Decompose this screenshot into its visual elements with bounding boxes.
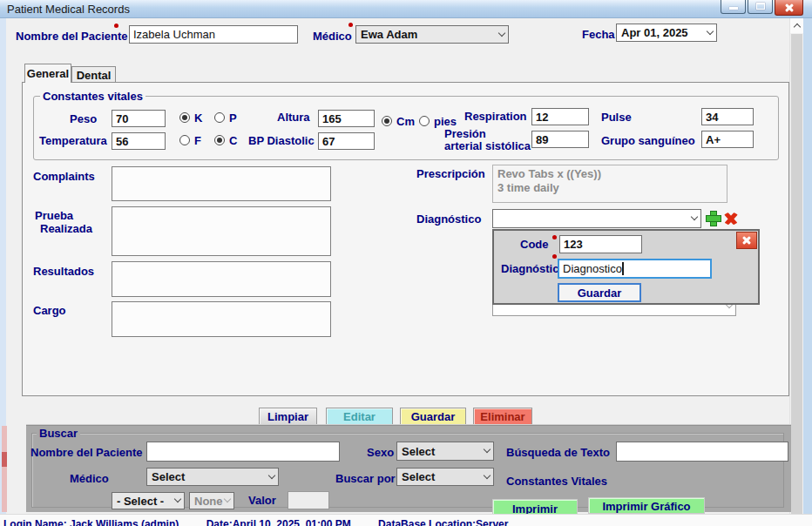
altura-input[interactable] [318,110,375,127]
popup-guardar-button[interactable]: Guardar [558,283,641,302]
maximize-button[interactable] [748,0,773,14]
sexo-select[interactable]: Select [396,442,494,461]
scroll-up-button[interactable] [790,18,803,33]
buscar-por-value: Select [402,470,435,483]
prueba-label-line1: Prueba [35,209,73,222]
radio-cm-label: Cm [396,115,415,128]
popup-code-input[interactable] [559,235,642,253]
buscar-medico-select[interactable]: Select [146,468,279,486]
imprimir-grafico-button[interactable]: Imprimir Gráfico [588,497,705,514]
radio-celsius[interactable] [214,135,225,145]
fecha-value: Apr 01, 2025 [621,26,688,39]
presion-label-line1: Presión [444,127,486,140]
buscar-group-title: Buscar [37,427,80,440]
fecha-datepicker[interactable]: Apr 01, 2025 [616,24,717,42]
temperatura-input[interactable] [112,132,166,150]
busqueda-texto-label: Búsqueda de Texto [506,446,610,459]
medico-select[interactable]: Ewa Adam [355,25,509,44]
popup-diagnostico-input[interactable] [558,259,712,279]
patient-name-input[interactable] [129,25,298,44]
text-cursor [622,262,624,275]
presion-input[interactable] [531,131,589,148]
required-asterisk [552,235,557,239]
chevron-down-icon [484,447,490,452]
radio-k-label: K [194,111,202,125]
maximize-icon [756,3,765,10]
vitals-group-title: Constantes vitales [40,90,145,103]
diagnostico-label: Diagnóstico [416,212,481,226]
limpiar-button[interactable]: Limpiar [259,408,317,426]
tab-dental[interactable]: Dental [71,66,116,83]
valor-label: Valor [248,494,276,507]
required-asterisk [552,254,557,259]
sexo-selected-value: Select [402,445,435,458]
buscar-por-select[interactable]: Select [396,468,494,486]
radio-cm[interactable] [382,116,392,126]
peso-label: Peso [70,112,97,125]
radio-pies[interactable] [419,116,430,126]
radio-fahrenheit[interactable] [179,135,190,145]
prescripcion-textarea[interactable]: Revo Tabs x ((Yes)) 3 time daily [492,165,727,203]
eliminar-button[interactable]: Eliminar [473,408,532,426]
radio-kilograms[interactable] [179,112,190,123]
grupo-sanguineo-label: Grupo sanguíneo [601,134,695,147]
chevron-down-icon [225,496,230,502]
grupo-sanguineo-input[interactable] [701,131,754,148]
chevron-down-icon [692,214,697,219]
left-accent-strip [2,426,7,512]
close-icon [775,0,802,15]
radio-pounds[interactable] [214,112,225,123]
radio-p-label: P [229,111,237,125]
code-label: Code [520,238,549,251]
status-database: DataBase Location:Server [378,518,508,526]
resultados-label: Resultados [33,265,94,278]
status-date: Date:April 10, 2025, 01:00 PM [206,518,351,526]
close-button[interactable] [775,0,803,16]
add-diagnostico-icon[interactable] [706,211,721,226]
buscar-medico-label: Médico [70,472,109,485]
medico-label: Médico [313,30,352,43]
bp-diastolic-input[interactable] [318,132,375,150]
buscar-nombre-label: Nombre del Paciente [30,446,143,459]
chevron-up-icon [793,24,800,30]
respiration-input[interactable] [531,108,589,125]
status-text: Login Name: Jack Williams (admin) Date:A… [3,518,532,526]
guardar-button[interactable]: Guardar [400,408,466,426]
buscar-panel: Buscar Nombre del Paciente Sexo Select B… [26,426,791,512]
prescripcion-label: Prescripción [416,167,485,180]
radio-pies-label: pies [434,115,457,128]
busqueda-texto-input[interactable] [616,442,788,462]
peso-input[interactable] [112,110,166,127]
editar-button[interactable]: Editar [326,408,393,426]
buscar-medico-value: Select [152,470,185,483]
respiration-label: Respiration [464,110,527,123]
scrollbar-thumb[interactable] [791,34,802,525]
altura-label: Altura [277,111,310,124]
popup-close-button[interactable] [736,232,757,249]
diagnostico-select[interactable] [492,209,701,228]
buscar-nombre-input[interactable] [146,442,340,462]
vital-field-select[interactable]: - Select - [112,492,185,509]
window-title: Patient Medical Records [7,3,130,16]
status-login: Login Name: Jack Williams (admin) [3,518,179,526]
valor-input[interactable] [288,491,329,509]
chevron-down-icon [707,29,713,34]
tab-general[interactable]: General [24,64,71,83]
buscar-por-label: Buscar por [335,472,396,485]
vertical-scrollbar[interactable] [789,18,802,526]
cargo-textarea[interactable] [112,301,331,337]
required-asterisk [114,24,118,28]
required-asterisk [348,23,353,27]
pulse-input[interactable] [701,108,754,125]
prueba-realizada-textarea[interactable] [112,206,331,256]
resultados-textarea[interactable] [112,261,331,297]
complaints-label: Complaints [33,170,95,183]
minimize-button[interactable] [721,0,746,14]
complaints-textarea[interactable] [112,166,331,201]
presion-label-line2: arterial sistólica [444,139,531,152]
none-select[interactable]: None [189,492,234,509]
sexo-label: Sexo [367,446,394,459]
imprimir-button[interactable]: Imprimir [492,499,578,515]
popup-diagnostico-label: Diagnóstico [501,262,565,275]
delete-diagnostico-icon[interactable] [723,211,739,226]
